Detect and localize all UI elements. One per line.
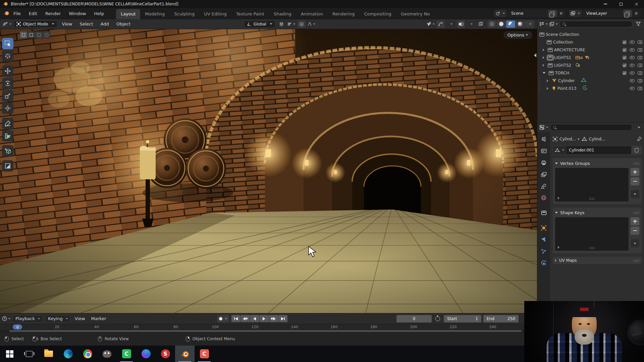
gizmos-dropdown[interactable]	[447, 20, 455, 28]
outliner-row-lights1[interactable]: LIGHTS1 10 5	[539, 54, 644, 61]
panel-grip-icon[interactable]	[633, 259, 639, 262]
disclosure-expanded-icon[interactable]	[543, 72, 545, 74]
timeline-marker-menu[interactable]: Marker	[89, 316, 108, 321]
shading-solid-button[interactable]	[497, 20, 506, 28]
sidebar-collapse-arrow[interactable]	[534, 53, 536, 57]
end-frame-field[interactable]: End 250	[483, 315, 519, 322]
scene-name[interactable]: Scene	[508, 11, 548, 16]
outliner-row-cylinder[interactable]: Cylinder	[539, 77, 644, 84]
blender-taskbar-button[interactable]	[175, 346, 195, 362]
menu-object[interactable]: Object	[114, 21, 133, 26]
timeline-editor-type-button[interactable]	[2, 315, 10, 322]
start-frame-field[interactable]: Start 1	[444, 315, 481, 322]
tool-annotate[interactable]	[2, 118, 13, 129]
tab-collection[interactable]	[539, 209, 548, 217]
tool-cursor[interactable]	[2, 50, 13, 62]
shading-material-button[interactable]	[506, 20, 515, 28]
outliner-row-collection[interactable]: Collection	[539, 38, 644, 46]
vertex-groups-list[interactable]	[555, 168, 629, 201]
tab-render[interactable]	[539, 147, 548, 155]
tab-modeling[interactable]: Modeling	[140, 9, 169, 19]
jump-to-end-button[interactable]	[278, 315, 287, 322]
breadcrumb-data[interactable]: Cylind...	[589, 137, 605, 141]
tab-modifiers[interactable]	[539, 236, 548, 243]
task-view-button[interactable]	[19, 346, 39, 362]
disclosure-collapsed-icon[interactable]	[543, 64, 544, 67]
tab-tool[interactable]	[539, 135, 548, 143]
select-mode-extend[interactable]	[28, 32, 35, 38]
tab-layout[interactable]: Layout	[116, 9, 140, 19]
mode-selector[interactable]: Object Mode	[13, 20, 57, 28]
shape-keys-list[interactable]	[555, 217, 629, 251]
panel-expanded-icon[interactable]	[555, 163, 558, 164]
gizmos-button[interactable]	[437, 20, 445, 28]
tool-scale[interactable]	[2, 90, 13, 102]
checkbox-icon[interactable]	[623, 48, 627, 52]
tab-shading[interactable]: Shading	[269, 9, 296, 19]
outliner-row-scene-collection[interactable]: Scene Collection	[539, 31, 644, 38]
menu-help[interactable]: Help	[90, 11, 108, 16]
playback-menu[interactable]: Playback	[12, 315, 43, 322]
close-button[interactable]	[629, 0, 644, 8]
tool-select-box[interactable]	[2, 38, 13, 49]
tab-compositing[interactable]: Compositing	[359, 9, 396, 19]
edge-button[interactable]	[58, 346, 78, 362]
editor-type-button[interactable]	[3, 20, 11, 28]
outliner-filter-button[interactable]	[634, 20, 642, 28]
menu-render[interactable]: Render	[41, 11, 65, 16]
vertex-group-specials-button[interactable]	[631, 190, 639, 198]
menu-file[interactable]: File	[9, 11, 25, 16]
camera-visibility-icon[interactable]	[638, 48, 642, 52]
tab-sculpting[interactable]: Sculpting	[169, 9, 199, 19]
list-expand-icon[interactable]	[558, 197, 559, 199]
tool-add-cube[interactable]	[2, 145, 13, 157]
chrome-button[interactable]	[78, 346, 97, 362]
breadcrumb-object[interactable]: Cylind...	[559, 137, 576, 141]
mesh-datablock-button[interactable]	[553, 146, 566, 155]
list-resize-grip[interactable]	[589, 197, 595, 200]
overlays-dropdown[interactable]	[467, 20, 475, 28]
next-keyframe-button[interactable]	[269, 315, 278, 322]
tool-transform[interactable]	[2, 103, 13, 114]
checkbox-icon[interactable]	[623, 63, 627, 67]
camera-visibility-icon[interactable]	[638, 71, 642, 75]
tab-object[interactable]	[539, 224, 548, 232]
eye-icon[interactable]	[630, 87, 635, 90]
new-scene-button[interactable]	[548, 10, 557, 17]
shading-rendered-button[interactable]	[516, 20, 525, 28]
current-frame-field[interactable]: 0	[396, 315, 432, 322]
pin-icon[interactable]	[637, 136, 642, 141]
jump-to-start-button[interactable]	[231, 315, 240, 322]
eye-icon[interactable]	[630, 64, 635, 67]
microsoft-365-button[interactable]	[136, 346, 156, 362]
camtasia-recorder-button[interactable]: C	[195, 346, 214, 362]
tab-view-layer[interactable]	[539, 171, 548, 178]
new-viewlayer-button[interactable]	[623, 10, 632, 17]
remove-vertex-group-button[interactable]	[631, 177, 639, 185]
menu-add[interactable]: Add	[98, 21, 112, 26]
outliner-search-input[interactable]	[559, 21, 633, 27]
tab-rendering[interactable]: Rendering	[328, 9, 359, 19]
proportional-falloff-button[interactable]	[308, 20, 316, 28]
menu-view[interactable]: View	[59, 21, 75, 26]
scene-browse-button[interactable]	[494, 10, 506, 17]
auto-keying-toggle[interactable]	[217, 315, 229, 322]
select-mode-intersect[interactable]	[43, 32, 50, 38]
select-mode-set[interactable]	[20, 32, 27, 38]
minimize-button[interactable]	[598, 0, 613, 8]
eye-icon[interactable]	[630, 48, 635, 52]
preview-range-toggle[interactable]	[434, 315, 442, 322]
panel-expanded-icon[interactable]	[555, 212, 558, 214]
tab-world[interactable]	[539, 194, 548, 201]
camtasia-button[interactable]: C	[117, 346, 136, 362]
outliner-row-point013[interactable]: Point.013	[539, 84, 644, 92]
add-shape-key-button[interactable]	[631, 217, 639, 225]
uv-maps-panel-header[interactable]: UV Maps	[553, 257, 642, 264]
camera-visibility-icon[interactable]	[638, 87, 642, 90]
transform-orientation-selector[interactable]: Global	[244, 20, 275, 28]
outliner-filter-mode-button[interactable]	[549, 20, 558, 28]
list-resize-grip[interactable]	[589, 247, 595, 249]
viewlayer-selector[interactable]: ViewLayer	[583, 10, 641, 17]
blender-menu-logo-icon[interactable]	[3, 10, 9, 17]
object-type-visibility-button[interactable]	[426, 20, 435, 28]
